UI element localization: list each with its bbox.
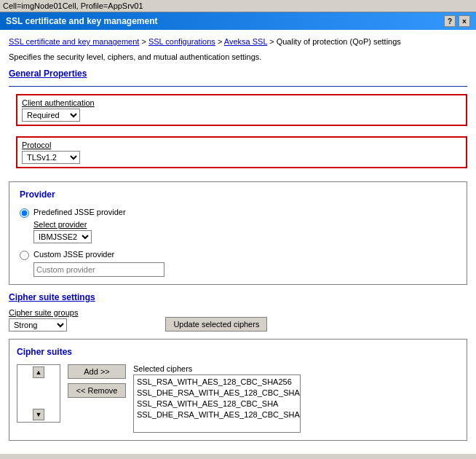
cipher-move-buttons: Add >> << Remove [68, 364, 126, 398]
client-auth-select[interactable]: Required Supported None [22, 109, 80, 122]
page-description: Specifies the security level, ciphers, a… [9, 52, 467, 61]
select-provider-select[interactable]: IBMJSSE2 SunJSSE [33, 230, 92, 243]
title-bar: Cell=imgNode01Cell, Profile=AppSrv01 [0, 0, 476, 12]
radio-group: Predefined JSSE provider Select provider… [20, 207, 456, 277]
remove-cipher-button[interactable]: << Remove [68, 383, 126, 398]
selected-ciphers-list[interactable]: SSL_RSA_WITH_AES_128_CBC_SHA256 SSL_DHE_… [133, 374, 301, 433]
available-ciphers-list: ▲ ▼ [17, 364, 60, 423]
select-provider-label: Select provider [33, 220, 126, 229]
breadcrumb-link-ssl-cert[interactable]: SSL certificate and key management [9, 37, 139, 46]
window-title: SSL certificate and key management [6, 16, 158, 26]
predefined-radio[interactable] [20, 208, 29, 218]
breadcrumb-link-ssl-config[interactable]: SSL configurations [148, 37, 215, 46]
scroll-down-arrow[interactable]: ▼ [33, 409, 44, 420]
close-icon[interactable]: × [459, 15, 470, 27]
breadcrumb: SSL certificate and key management > SSL… [9, 36, 467, 48]
general-properties-heading: General Properties [9, 68, 467, 79]
cipher-suite-section: Cipher suite settings Cipher suite group… [9, 292, 467, 441]
breadcrumb-sep3: > [269, 37, 276, 46]
selected-ciphers-label: Selected ciphers [133, 364, 301, 373]
window-header: SSL certificate and key management ? × [0, 12, 476, 30]
protocol-label: Protocol [22, 141, 461, 149]
predefined-label: Predefined JSSE provider [33, 208, 126, 216]
title-bar-text: Cell=imgNode01Cell, Profile=AppSrv01 [3, 1, 143, 10]
provider-section: Provider Predefined JSSE provider Select… [9, 181, 467, 285]
breadcrumb-sep1: > [141, 37, 148, 46]
help-icon[interactable]: ? [444, 15, 456, 27]
cipher-groups-select[interactable]: Strong Medium Weak Custom [9, 318, 67, 332]
window-header-icons: ? × [444, 15, 470, 27]
cipher-suites-content: ▲ ▼ Add >> << Remove Selected ciphers SS… [17, 364, 459, 433]
predefined-radio-content: Predefined JSSE provider Select provider… [33, 207, 126, 243]
predefined-radio-item: Predefined JSSE provider Select provider… [20, 207, 456, 243]
cipher-groups-field: Cipher suite groups Strong Medium Weak C… [9, 308, 78, 332]
add-cipher-button[interactable]: Add >> [68, 364, 126, 379]
breadcrumb-current: Quality of protection (QoP) settings [277, 37, 401, 46]
update-selected-ciphers-button[interactable]: Update selected ciphers [165, 317, 267, 332]
cipher-groups-label: Cipher suite groups [9, 308, 78, 317]
custom-radio-content: Custom JSSE provider [33, 249, 164, 277]
cipher-groups-row: Cipher suite groups Strong Medium Weak C… [9, 308, 467, 332]
breadcrumb-link-aveksa[interactable]: Aveksa SSL [224, 37, 267, 46]
cipher-suites-title: Cipher suites [17, 347, 459, 357]
scroll-up-arrow[interactable]: ▲ [33, 366, 44, 378]
cipher-suites-box: Cipher suites ▲ ▼ Add >> << Remove Selec… [9, 339, 467, 441]
custom-provider-input[interactable] [33, 262, 164, 277]
list-item: SSL_DHE_RSA_WITH_AES_128_CBC_SHA256 [135, 388, 298, 398]
custom-radio[interactable] [20, 251, 29, 260]
client-auth-label: Client authentication [22, 98, 461, 107]
list-item: SSL_RSA_WITH_AES_128_CBC_SHA256 [135, 377, 298, 387]
list-item: SSL_RSA_WITH_AES_128_CBC_SHA [135, 399, 298, 409]
protocol-box: Protocol TLSv1.2 TLSv1.1 TLSv1.0 SSL_TLS… [16, 136, 467, 168]
provider-title: Provider [20, 189, 456, 200]
breadcrumb-sep2: > [218, 37, 224, 46]
client-auth-box: Client authentication Required Supported… [16, 94, 467, 126]
protocol-select[interactable]: TLSv1.2 TLSv1.1 TLSv1.0 SSL_TLS SSL3 [22, 151, 80, 164]
main-content: SSL certificate and key management > SSL… [0, 30, 476, 454]
custom-label: Custom JSSE provider [33, 250, 114, 259]
selected-ciphers-section: Selected ciphers SSL_RSA_WITH_AES_128_CB… [133, 364, 301, 433]
cipher-section-title: Cipher suite settings [9, 292, 467, 302]
fields-row: Client authentication Required Supported… [16, 94, 467, 174]
custom-radio-item: Custom JSSE provider [20, 249, 456, 277]
list-item: SSL_DHE_RSA_WITH_AES_128_CBC_SHA [135, 409, 298, 420]
divider [9, 86, 467, 87]
